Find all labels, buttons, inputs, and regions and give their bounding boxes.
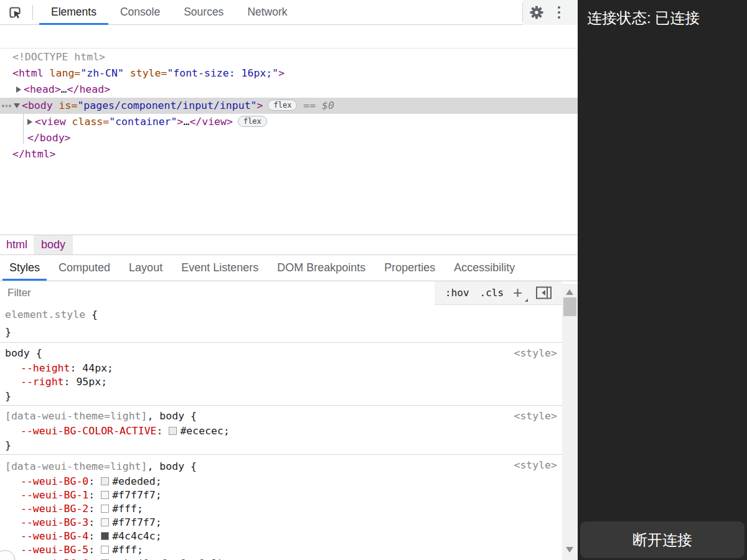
css-property-name: --weui-BG-2 — [21, 503, 88, 515]
styles-tab-dom-breakpoints[interactable]: DOM Breakpoints — [268, 255, 375, 281]
dom-tree-row[interactable]: </body> — [0, 130, 578, 146]
css-selector[interactable]: [data-weui-theme=light], body { — [0, 459, 562, 475]
css-rule: [data-weui-theme=light], body {<style>--… — [0, 455, 562, 560]
css-colon: : — [70, 362, 82, 374]
css-declaration[interactable]: --weui-BG-5: #fff; — [0, 543, 562, 557]
css-declaration[interactable]: --weui-BG-2: #fff; — [0, 502, 562, 516]
breadcrumb-item-html[interactable]: html — [0, 235, 34, 254]
new-style-rule-button[interactable]: + — [513, 286, 527, 301]
tab-network[interactable]: Network — [235, 0, 299, 25]
settings-gear-icon[interactable] — [529, 5, 544, 20]
css-declaration[interactable]: --weui-BG-1: #f7f7f7; — [0, 488, 562, 502]
css-declaration[interactable]: --weui-BG-4: #4c4c4c; — [0, 530, 562, 543]
flex-badge[interactable]: flex — [268, 100, 297, 111]
color-swatch[interactable] — [101, 518, 109, 526]
color-swatch[interactable] — [101, 546, 109, 554]
inspect-element-button[interactable] — [4, 1, 26, 24]
css-property-value: #fff; — [112, 544, 143, 556]
breadcrumb-item-body[interactable]: body — [34, 235, 73, 254]
css-selector[interactable]: element.style { — [0, 306, 562, 324]
css-declaration[interactable]: --height: 44px; — [0, 362, 562, 375]
color-swatch[interactable] — [101, 505, 109, 513]
code-segment: </body> — [27, 132, 71, 144]
selector-segment: [data-weui-theme=light] — [5, 410, 147, 422]
filter-bar: :hov .cls + — [0, 281, 562, 305]
main-tabs: ElementsConsoleSourcesNetwork — [39, 0, 299, 25]
css-property-value: #fff; — [112, 503, 143, 515]
css-colon: : — [88, 475, 101, 487]
styles-tab-layout[interactable]: Layout — [120, 255, 172, 281]
css-colon: : — [88, 530, 101, 542]
css-property-value: rgba(0, 0, 0, 0.1); — [112, 558, 230, 560]
color-swatch[interactable] — [101, 477, 109, 485]
collapse-arrow-icon[interactable] — [14, 103, 20, 108]
tab-sources[interactable]: Sources — [172, 0, 235, 25]
dom-tree-row[interactable]: <head>…</head> — [0, 82, 578, 98]
scroll-up-arrow-icon[interactable] — [566, 289, 573, 295]
plus-icon: + — [513, 286, 527, 299]
dom-tree-row[interactable]: <!DOCTYPE html> — [0, 49, 578, 65]
styles-tab-styles[interactable]: Styles — [0, 255, 49, 281]
selector-segment: { — [85, 309, 98, 320]
style-filter-input[interactable] — [0, 281, 435, 305]
styles-tab-computed[interactable]: Computed — [49, 255, 120, 281]
css-declaration[interactable]: --weui-BG-6: rgba(0, 0, 0, 0.1); — [0, 557, 562, 560]
hidden-elements-ellipsis[interactable] — [2, 105, 11, 107]
app: ElementsConsoleSourcesNetwork — [0, 0, 747, 560]
scrollbar-thumb[interactable] — [563, 297, 576, 316]
css-selector[interactable]: body { — [0, 345, 562, 362]
css-rule: element.style {} — [0, 305, 562, 343]
dom-toolbar-strip — [0, 25, 578, 49]
tab-console[interactable]: Console — [108, 0, 172, 25]
css-property-value: #f7f7f7; — [112, 516, 161, 528]
dom-tree-row[interactable]: <body is="pages/component/input/input">f… — [0, 98, 578, 114]
style-source-link[interactable]: <style> — [514, 408, 557, 424]
tab-elements[interactable]: Elements — [39, 0, 108, 25]
dom-tree: <!DOCTYPE html><html lang="zh-CN" style=… — [0, 49, 578, 235]
dom-tree-row[interactable]: <view class="container">…</view>flex — [0, 114, 578, 130]
color-swatch[interactable] — [169, 427, 177, 435]
code-segment: <html — [12, 67, 44, 79]
style-source-link[interactable]: <style> — [514, 345, 557, 362]
css-property-value: #4c4c4c; — [112, 530, 161, 542]
css-property-name: --weui-BG-5 — [21, 544, 88, 556]
code-segment: == — [297, 100, 322, 111]
element-classes-toggle[interactable]: .cls — [480, 287, 504, 299]
css-property-value: #ededed; — [112, 475, 161, 487]
color-swatch[interactable] — [101, 532, 109, 540]
more-options-icon[interactable] — [558, 6, 560, 19]
css-declaration[interactable]: --weui-BG-0: #ededed; — [0, 475, 562, 488]
flex-badge[interactable]: flex — [238, 116, 267, 127]
pseudo-state-toggle[interactable]: :hov — [445, 287, 469, 299]
selector-segment: element.style — [5, 309, 85, 320]
styles-tab-properties[interactable]: Properties — [375, 255, 444, 281]
expand-arrow-icon[interactable] — [16, 86, 21, 93]
css-colon: : — [88, 489, 101, 501]
style-source-link[interactable]: <style> — [514, 457, 557, 474]
computed-sidebar-toggle[interactable] — [536, 286, 552, 299]
css-colon: : — [64, 376, 77, 388]
css-selector[interactable]: [data-weui-theme=light], body { — [0, 408, 562, 424]
dom-tree-row[interactable]: </html> — [0, 146, 578, 162]
styles-scrollbar[interactable] — [562, 284, 578, 560]
selector-segment: body { — [5, 347, 42, 359]
code-segment: > — [257, 100, 263, 111]
css-property-value: #f7f7f7; — [112, 489, 161, 501]
styles-tab-event-listeners[interactable]: Event Listeners — [172, 255, 268, 281]
styles-tab-accessibility[interactable]: Accessibility — [444, 255, 524, 281]
css-declaration[interactable]: --weui-BG-3: #f7f7f7; — [0, 516, 562, 530]
dom-tree-row[interactable]: <html lang="zh-CN" style="font-size: 16p… — [0, 65, 578, 82]
disconnect-button[interactable]: 断开连接 — [580, 521, 745, 558]
expand-arrow-icon[interactable] — [27, 119, 32, 125]
scroll-down-arrow-icon[interactable] — [566, 547, 573, 553]
code-segment: > — [177, 116, 184, 128]
code-segment: <head> — [24, 83, 61, 95]
code-segment: style= — [124, 67, 167, 79]
css-property-name: --weui-BG-3 — [21, 516, 88, 528]
css-declaration[interactable]: --right: 95px; — [0, 375, 562, 389]
code-segment: … — [61, 83, 67, 95]
color-swatch[interactable] — [101, 491, 109, 499]
css-property-name: --weui-BG-1 — [21, 489, 88, 501]
selector-segment: , body { — [147, 410, 196, 422]
css-declaration[interactable]: --weui-BG-COLOR-ACTIVE: #ececec; — [0, 424, 562, 438]
